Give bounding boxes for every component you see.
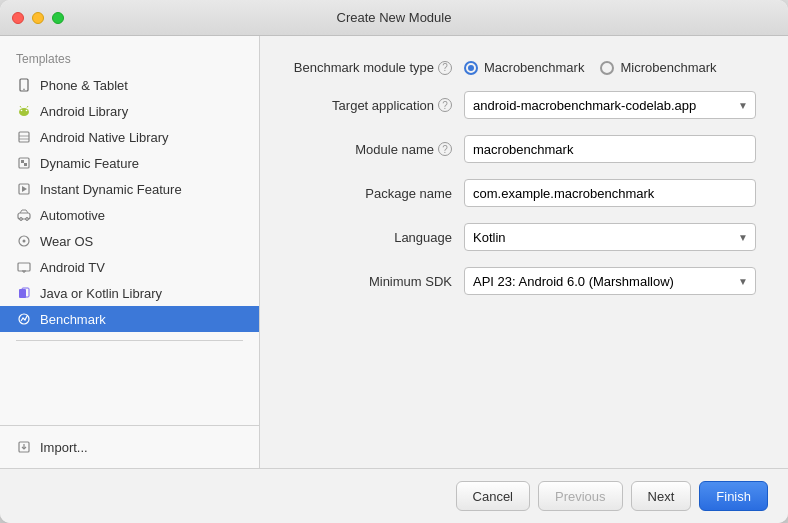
sidebar-item-benchmark[interactable]: Benchmark xyxy=(0,306,259,332)
dialog-title: Create New Module xyxy=(337,10,452,25)
cancel-button[interactable]: Cancel xyxy=(456,481,530,511)
benchmark-type-radio-group: Macrobenchmark Microbenchmark xyxy=(464,60,756,75)
module-name-label: Module name ? xyxy=(292,142,452,157)
svg-rect-12 xyxy=(24,163,27,166)
svg-rect-20 xyxy=(18,263,30,271)
language-label: Language xyxy=(292,230,452,245)
sidebar-label: Android TV xyxy=(40,260,105,275)
svg-marker-14 xyxy=(22,186,27,192)
sidebar-item-import[interactable]: Import... xyxy=(0,434,259,460)
sidebar: Templates Phone & Tablet Android Library… xyxy=(0,36,260,468)
sidebar-label: Android Library xyxy=(40,104,128,119)
sidebar-label: Java or Kotlin Library xyxy=(40,286,162,301)
svg-rect-7 xyxy=(19,132,29,142)
native-icon xyxy=(16,129,32,145)
target-app-control: android-macrobenchmark-codelab.app ▼ xyxy=(464,91,756,119)
sidebar-item-automotive[interactable]: Automotive xyxy=(0,202,259,228)
sidebar-item-wear-os[interactable]: Wear OS xyxy=(0,228,259,254)
sidebar-item-dynamic-feature[interactable]: Dynamic Feature xyxy=(0,150,259,176)
microbenchmark-radio[interactable] xyxy=(600,61,614,75)
benchmark-type-help-icon[interactable]: ? xyxy=(438,61,452,75)
maximize-button[interactable] xyxy=(52,12,64,24)
svg-line-6 xyxy=(27,106,28,108)
sidebar-label: Android Native Library xyxy=(40,130,169,145)
benchmark-icon xyxy=(16,311,32,327)
microbenchmark-option[interactable]: Microbenchmark xyxy=(600,60,716,75)
macrobenchmark-radio[interactable] xyxy=(464,61,478,75)
target-app-label: Target application ? xyxy=(292,98,452,113)
microbenchmark-label: Microbenchmark xyxy=(620,60,716,75)
instant-icon xyxy=(16,181,32,197)
benchmark-type-row: Benchmark module type ? Macrobenchmark M… xyxy=(292,60,756,75)
target-app-select-wrapper: android-macrobenchmark-codelab.app ▼ xyxy=(464,91,756,119)
sidebar-label: Dynamic Feature xyxy=(40,156,139,171)
language-select[interactable]: KotlinJava xyxy=(464,223,756,251)
sidebar-label: Instant Dynamic Feature xyxy=(40,182,182,197)
minimize-button[interactable] xyxy=(32,12,44,24)
svg-point-19 xyxy=(23,240,26,243)
macrobenchmark-option[interactable]: Macrobenchmark xyxy=(464,60,584,75)
target-app-row: Target application ? android-macrobenchm… xyxy=(292,91,756,119)
svg-point-4 xyxy=(26,110,28,112)
sidebar-label: Benchmark xyxy=(40,312,106,327)
target-app-help-icon[interactable]: ? xyxy=(438,98,452,112)
sidebar-item-instant-dynamic-feature[interactable]: Instant Dynamic Feature xyxy=(0,176,259,202)
dynamic-icon xyxy=(16,155,32,171)
previous-button[interactable]: Previous xyxy=(538,481,623,511)
sidebar-label: Import... xyxy=(40,440,88,455)
sidebar-bottom: Import... xyxy=(0,425,259,468)
svg-point-2 xyxy=(19,108,29,116)
sidebar-header: Templates xyxy=(0,44,259,72)
minimum-sdk-label: Minimum SDK xyxy=(292,274,452,289)
finish-button[interactable]: Finish xyxy=(699,481,768,511)
package-name-control xyxy=(464,179,756,207)
sidebar-item-phone-tablet[interactable]: Phone & Tablet xyxy=(0,72,259,98)
language-control: KotlinJava ▼ xyxy=(464,223,756,251)
minimum-sdk-select-wrapper: API 23: Android 6.0 (Marshmallow)API 24:… xyxy=(464,267,756,295)
benchmark-type-label: Benchmark module type ? xyxy=(292,60,452,75)
svg-line-5 xyxy=(20,106,21,108)
svg-point-3 xyxy=(21,110,23,112)
macrobenchmark-label: Macrobenchmark xyxy=(484,60,584,75)
library-icon xyxy=(16,285,32,301)
automotive-icon xyxy=(16,207,32,223)
close-button[interactable] xyxy=(12,12,24,24)
package-name-row: Package name xyxy=(292,179,756,207)
sidebar-item-android-tv[interactable]: Android TV xyxy=(0,254,259,280)
footer: Cancel Previous Next Finish xyxy=(0,468,788,523)
import-icon xyxy=(16,439,32,455)
content-area: Templates Phone & Tablet Android Library… xyxy=(0,36,788,468)
next-button[interactable]: Next xyxy=(631,481,692,511)
sidebar-divider xyxy=(16,340,243,341)
package-name-label: Package name xyxy=(292,186,452,201)
phone-icon xyxy=(16,77,32,93)
module-name-row: Module name ? xyxy=(292,135,756,163)
main-form: Benchmark module type ? Macrobenchmark M… xyxy=(260,36,788,468)
sidebar-item-java-kotlin-library[interactable]: Java or Kotlin Library xyxy=(0,280,259,306)
sidebar-item-android-library[interactable]: Android Library xyxy=(0,98,259,124)
module-name-input[interactable] xyxy=(464,135,756,163)
target-app-select[interactable]: android-macrobenchmark-codelab.app xyxy=(464,91,756,119)
minimum-sdk-control: API 23: Android 6.0 (Marshmallow)API 24:… xyxy=(464,267,756,295)
language-row: Language KotlinJava ▼ xyxy=(292,223,756,251)
title-bar: Create New Module xyxy=(0,0,788,36)
wear-os-icon xyxy=(16,233,32,249)
sidebar-label: Phone & Tablet xyxy=(40,78,128,93)
module-name-help-icon[interactable]: ? xyxy=(438,142,452,156)
language-select-wrapper: KotlinJava ▼ xyxy=(464,223,756,251)
tv-icon xyxy=(16,259,32,275)
sidebar-label: Wear OS xyxy=(40,234,93,249)
dialog: Create New Module Templates Phone & Tabl… xyxy=(0,0,788,523)
sidebar-item-android-native-library[interactable]: Android Native Library xyxy=(0,124,259,150)
minimum-sdk-select[interactable]: API 23: Android 6.0 (Marshmallow)API 24:… xyxy=(464,267,756,295)
module-name-control xyxy=(464,135,756,163)
window-controls xyxy=(12,12,64,24)
minimum-sdk-row: Minimum SDK API 23: Android 6.0 (Marshma… xyxy=(292,267,756,295)
sidebar-label: Automotive xyxy=(40,208,105,223)
package-name-input[interactable] xyxy=(464,179,756,207)
svg-rect-11 xyxy=(21,160,24,163)
android-icon xyxy=(16,103,32,119)
